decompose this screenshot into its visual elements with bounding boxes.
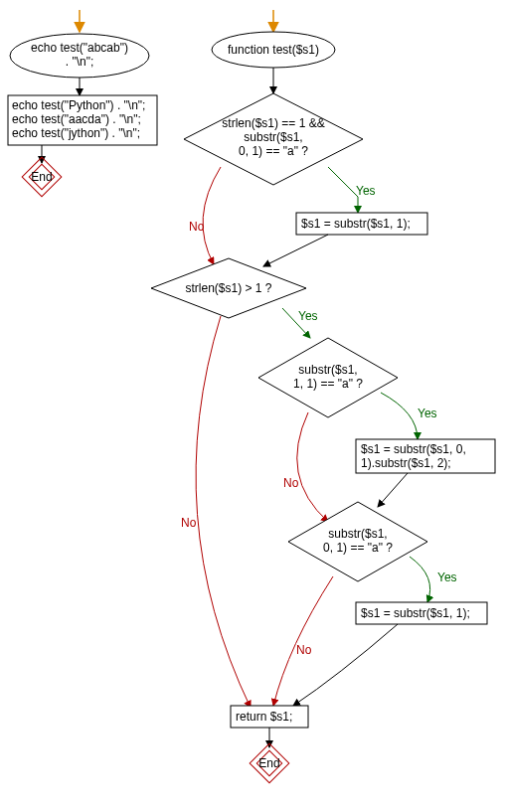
- node-end-func: End: [250, 743, 289, 783]
- edge-p1-d2: [263, 235, 328, 266]
- d2-label: strlen($s1) > 1 ?: [185, 281, 271, 295]
- edge-d1-no: [203, 167, 221, 264]
- proc-main-l3: echo test("jython") . "\n";: [12, 126, 140, 140]
- edge-d2-no: [196, 316, 251, 708]
- d3-l1: substr($s1,: [298, 363, 357, 377]
- edge-d4-yes-label: Yes: [437, 570, 457, 584]
- p2-l2: 1).substr($s1, 2);: [361, 456, 451, 470]
- d1-l1: strlen($s1) == 1 &&: [222, 116, 324, 130]
- node-d1: strlen($s1) == 1 && substr($s1, 0, 1) ==…: [184, 93, 363, 185]
- edge-d3-yes-label: Yes: [418, 406, 437, 420]
- edge-d3-no: [297, 412, 328, 522]
- edge-p2-d4: [378, 473, 408, 507]
- edge-d4-no-label: No: [296, 643, 312, 657]
- node-proc-main: echo test("Python") . "\n"; echo test("a…: [8, 95, 157, 145]
- d4-l1: substr($s1,: [328, 527, 387, 541]
- edge-d2-no-label: No: [181, 516, 197, 530]
- node-p2: $s1 = substr($s1, 0, 1).substr($s1, 2);: [356, 439, 495, 473]
- node-d3: substr($s1, 1, 1) == "a" ?: [258, 338, 398, 417]
- node-end-main: End: [22, 157, 62, 197]
- start-main-line2: . "\n";: [66, 55, 94, 69]
- flowchart-canvas: echo test("abcab") . "\n"; echo test("Py…: [0, 0, 505, 812]
- end-main-label: End: [31, 170, 52, 184]
- edge-p3-ret: [293, 624, 398, 706]
- node-start-main: echo test("abcab") . "\n";: [10, 34, 149, 78]
- edge-d3-no-label: No: [283, 476, 299, 490]
- d3-l2: 1, 1) == "a" ?: [293, 377, 363, 391]
- p3-label: $s1 = substr($s1, 1);: [361, 606, 470, 620]
- node-p3: $s1 = substr($s1, 1);: [356, 602, 487, 624]
- edge-d1-yes: [328, 167, 358, 213]
- d1-l3: 0, 1) == "a" ?: [239, 144, 308, 158]
- edge-d4-yes: [410, 557, 430, 602]
- edge-d1-yes-label: Yes: [356, 184, 376, 198]
- p2-l1: $s1 = substr($s1, 0,: [361, 442, 466, 456]
- func-label: function test($s1): [228, 43, 319, 57]
- edge-d4-no: [273, 576, 333, 706]
- proc-main-l2: echo test("aacda") . "\n";: [12, 112, 141, 126]
- node-d4: substr($s1, 0, 1) == "a" ?: [288, 502, 427, 581]
- p1-label: $s1 = substr($s1, 1);: [301, 217, 411, 231]
- start-main-line1: echo test("abcab"): [31, 41, 128, 55]
- node-p1: $s1 = substr($s1, 1);: [296, 213, 427, 235]
- edge-d1-no-label: No: [189, 220, 205, 234]
- end-func-label: End: [258, 756, 279, 770]
- proc-main-l1: echo test("Python") . "\n";: [12, 98, 145, 112]
- edge-d3-yes: [381, 393, 418, 439]
- node-return: return $s1;: [231, 706, 308, 728]
- return-label: return $s1;: [236, 710, 292, 724]
- node-func: function test($s1): [212, 32, 335, 68]
- edge-d2-yes-label: Yes: [298, 309, 318, 323]
- d1-l2: substr($s1,: [244, 130, 302, 144]
- d4-l2: 0, 1) == "a" ?: [323, 541, 393, 555]
